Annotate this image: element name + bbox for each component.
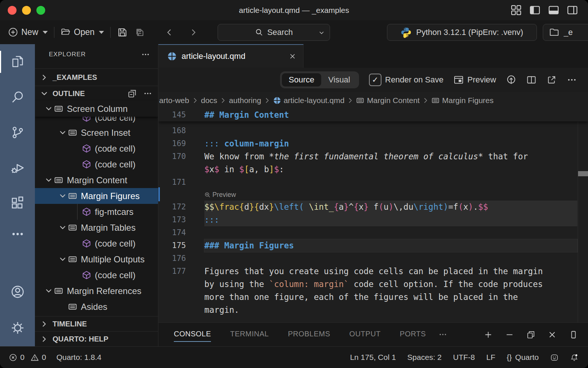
open-external-icon[interactable] bbox=[546, 75, 557, 85]
toggle-left-sidebar-icon[interactable] bbox=[530, 5, 540, 15]
sidebar-item-source-control[interactable] bbox=[0, 115, 35, 150]
breadcrumb-item-authoring[interactable]: authoring bbox=[229, 96, 261, 105]
maximize-panel-icon[interactable] bbox=[569, 330, 578, 340]
save-icon[interactable] bbox=[117, 27, 128, 38]
outline-item-asides[interactable]: Asides bbox=[35, 299, 158, 315]
account-icon bbox=[10, 284, 26, 300]
indentation-label: Spaces: 2 bbox=[407, 353, 441, 362]
outline-item-screen-inset[interactable]: Screen Inset bbox=[35, 125, 158, 141]
code-line-177[interactable]: 177Figures that you create using code ce… bbox=[158, 265, 588, 278]
preview-button[interactable]: Preview bbox=[453, 75, 496, 85]
chevron-down-icon[interactable] bbox=[318, 29, 325, 36]
sidebar-item-explorer[interactable] bbox=[0, 44, 35, 79]
outline-more-icon[interactable] bbox=[143, 89, 152, 98]
collapse-all-icon[interactable] bbox=[128, 89, 137, 98]
navigate-forward-icon[interactable] bbox=[189, 28, 198, 37]
code-line-177-wrap[interactable]: more than one figure, each of the figure… bbox=[158, 291, 588, 304]
code-line-170-wrap[interactable]: $x$ in $[a, b]$: bbox=[158, 163, 588, 176]
breadcrumb-item-arto-web[interactable]: arto-web bbox=[159, 96, 189, 105]
outline-item-margin-tables[interactable]: Margin Tables bbox=[35, 220, 158, 236]
panel-tab-console[interactable]: CONSOLE bbox=[174, 328, 211, 342]
outline-item-code-cell[interactable]: (code cell) bbox=[35, 117, 158, 125]
language-mode-status[interactable]: {} Quarto bbox=[507, 353, 539, 362]
panel-tab-problems[interactable]: PROBLEMS bbox=[288, 328, 330, 342]
feedback-smiley-icon[interactable] bbox=[550, 353, 559, 362]
panel-tab-ports[interactable]: PORTS bbox=[400, 328, 426, 342]
outline-item-code-cell[interactable]: (code cell) bbox=[35, 236, 158, 251]
breadcrumb-item-margin-content[interactable]: Margin Content bbox=[356, 96, 420, 105]
outline-item-margin-figures[interactable]: Margin Figures bbox=[35, 188, 158, 204]
code-line-174[interactable]: 174 bbox=[158, 226, 588, 239]
sidebar-item-more[interactable] bbox=[0, 221, 35, 247]
outline-item-screen-column[interactable]: Screen Column bbox=[35, 101, 158, 117]
navigate-back-icon[interactable] bbox=[165, 28, 174, 37]
open-button[interactable]: Open bbox=[61, 27, 104, 37]
render-on-save-checkbox[interactable]: ✓ bbox=[369, 74, 381, 86]
split-editor-icon[interactable] bbox=[526, 75, 537, 85]
code-line-175[interactable]: 175### Margin Figures bbox=[158, 239, 588, 252]
save-all-icon[interactable] bbox=[134, 26, 146, 38]
panel-tab-output[interactable]: OUTPUT bbox=[349, 328, 381, 342]
outline-item-fig-mtcars[interactable]: fig-mtcars bbox=[35, 204, 158, 220]
outline-item-code-cell[interactable]: (code cell) bbox=[35, 156, 158, 172]
quarto-version-status[interactable]: Quarto: 1.8.4 bbox=[56, 353, 101, 362]
outline-item-code-cell[interactable]: (code cell) bbox=[35, 267, 158, 283]
section-timeline[interactable]: TIMELINE bbox=[35, 316, 158, 331]
outline-item-multiple-outputs[interactable]: Multiple Outputs bbox=[35, 251, 158, 267]
code-line-145[interactable]: 145## Margin Content bbox=[158, 109, 588, 121]
toggle-bottom-panel-icon[interactable] bbox=[548, 5, 559, 15]
code-line-171[interactable]: 171 bbox=[158, 176, 588, 189]
tab-article-layout[interactable]: article-layout.qmd bbox=[158, 44, 304, 68]
code-line-168[interactable]: 168 bbox=[158, 124, 588, 137]
encoding-status[interactable]: UTF-8 bbox=[453, 353, 475, 362]
notifications-bell-icon[interactable] bbox=[570, 353, 578, 362]
eol-status[interactable]: LF bbox=[486, 353, 495, 362]
code-line-173[interactable]: 173::: bbox=[158, 213, 588, 226]
code-line-176[interactable]: 176 bbox=[158, 252, 588, 265]
sidebar-item-run-debug[interactable] bbox=[0, 150, 35, 185]
scrollbar-track[interactable] bbox=[578, 109, 588, 322]
code-line-169[interactable]: 169::: column-margin bbox=[158, 137, 588, 150]
new-button[interactable]: New bbox=[8, 27, 48, 37]
code-line-177-wrap[interactable]: margin. bbox=[158, 304, 588, 316]
render-icon[interactable] bbox=[506, 75, 516, 85]
close-panel-icon[interactable] bbox=[547, 330, 557, 340]
panel-more-icon[interactable] bbox=[438, 330, 447, 339]
workspace-button[interactable]: _e bbox=[543, 24, 588, 41]
minimize-panel-icon[interactable] bbox=[505, 330, 514, 340]
settings-button[interactable] bbox=[0, 309, 35, 346]
outline-item-code-cell[interactable]: (code cell) bbox=[35, 141, 158, 156]
editor-more-icon[interactable] bbox=[567, 75, 577, 85]
outline-item-margin-content[interactable]: Margin Content bbox=[35, 172, 158, 188]
panel-tab-terminal[interactable]: TERMINAL bbox=[230, 328, 269, 342]
code-lens-preview[interactable]: Preview bbox=[158, 189, 588, 201]
section-examples[interactable]: _EXAMPLES bbox=[35, 68, 158, 86]
breadcrumb-item-docs[interactable]: docs bbox=[201, 96, 217, 105]
account-button[interactable] bbox=[0, 274, 35, 309]
customize-layout-icon[interactable] bbox=[511, 5, 521, 15]
close-icon[interactable] bbox=[288, 52, 297, 60]
toggle-right-sidebar-icon[interactable] bbox=[567, 5, 578, 15]
outline-item-margin-references[interactable]: Margin References bbox=[35, 283, 158, 299]
restore-panel-icon[interactable] bbox=[526, 330, 536, 340]
toggle-source[interactable]: Source bbox=[282, 73, 322, 86]
code-line-177-wrap[interactable]: by using the `column: margin` code cell … bbox=[158, 278, 588, 291]
search-input[interactable]: Search bbox=[218, 24, 330, 41]
section-outline[interactable]: OUTLINE bbox=[35, 86, 158, 101]
breadcrumb-item-article-layout-qmd[interactable]: article-layout.qmd bbox=[273, 96, 345, 105]
toggle-visual[interactable]: Visual bbox=[321, 73, 357, 86]
indentation-status[interactable]: Spaces: 2 bbox=[407, 353, 441, 362]
code-editor[interactable]: 145## Margin Content168169::: column-mar… bbox=[158, 109, 588, 322]
problems-status[interactable]: 0 0 bbox=[9, 353, 46, 362]
explorer-more-icon[interactable] bbox=[141, 50, 150, 59]
cursor-position-status[interactable]: Ln 175, Col 1 bbox=[350, 353, 396, 362]
new-terminal-icon[interactable] bbox=[483, 330, 493, 340]
code-line-170[interactable]: 170We know from *the first fundamental t… bbox=[158, 150, 588, 163]
scrollbar-thumb[interactable] bbox=[578, 171, 588, 176]
section-quarto-help[interactable]: QUARTO: HELP bbox=[35, 331, 158, 346]
sidebar-item-extensions[interactable] bbox=[0, 185, 35, 221]
sidebar-item-search[interactable] bbox=[0, 79, 35, 115]
breadcrumb-item-margin-figures[interactable]: Margin Figures bbox=[431, 96, 494, 105]
python-interpreter-button[interactable]: Python 3.12.1 (PipEnv: .venv) bbox=[387, 24, 537, 41]
code-line-172[interactable]: 172$$\frac{d}{dx}\left( \int_{a}^{x} f(u… bbox=[158, 201, 588, 213]
